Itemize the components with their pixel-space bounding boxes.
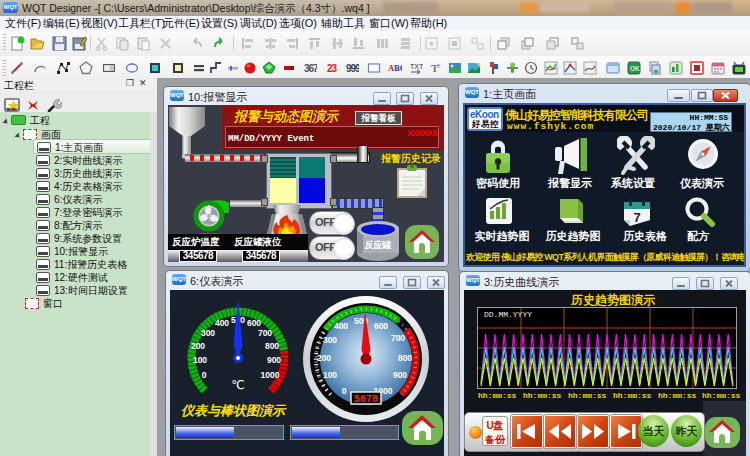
- svg-text:℃: ℃: [231, 378, 244, 392]
- svg-text:999: 999: [346, 63, 359, 74]
- svg-text:100: 100: [193, 355, 207, 365]
- svg-text:23: 23: [327, 63, 338, 74]
- svg-text:900: 900: [393, 370, 407, 380]
- svg-text:T: T: [437, 63, 441, 69]
- svg-text:900: 900: [267, 355, 281, 365]
- svg-text:300: 300: [323, 335, 337, 345]
- svg-text:300: 300: [201, 328, 215, 338]
- svg-text:700: 700: [391, 333, 405, 343]
- svg-text:800: 800: [265, 341, 279, 351]
- svg-text:0: 0: [342, 386, 347, 396]
- svg-text:600: 600: [247, 318, 261, 328]
- svg-text:100: 100: [323, 370, 337, 380]
- svg-text:TXT: TXT: [410, 63, 423, 70]
- svg-text:OK: OK: [630, 65, 640, 72]
- svg-text:反应罐: 反应罐: [364, 240, 392, 250]
- svg-text:200: 200: [317, 353, 331, 363]
- svg-text:367: 367: [304, 63, 317, 74]
- svg-text:400: 400: [215, 318, 229, 328]
- svg-text:600: 600: [374, 321, 388, 331]
- svg-text:7: 7: [633, 210, 640, 225]
- svg-text:5678: 5678: [354, 394, 378, 405]
- svg-text:400: 400: [334, 321, 348, 331]
- svg-text:1000: 1000: [261, 370, 280, 380]
- svg-text:200: 200: [191, 341, 205, 351]
- svg-text:BC: BC: [394, 63, 402, 73]
- svg-text:0: 0: [202, 370, 207, 380]
- svg-text:800: 800: [398, 353, 412, 363]
- svg-text:700: 700: [258, 328, 272, 338]
